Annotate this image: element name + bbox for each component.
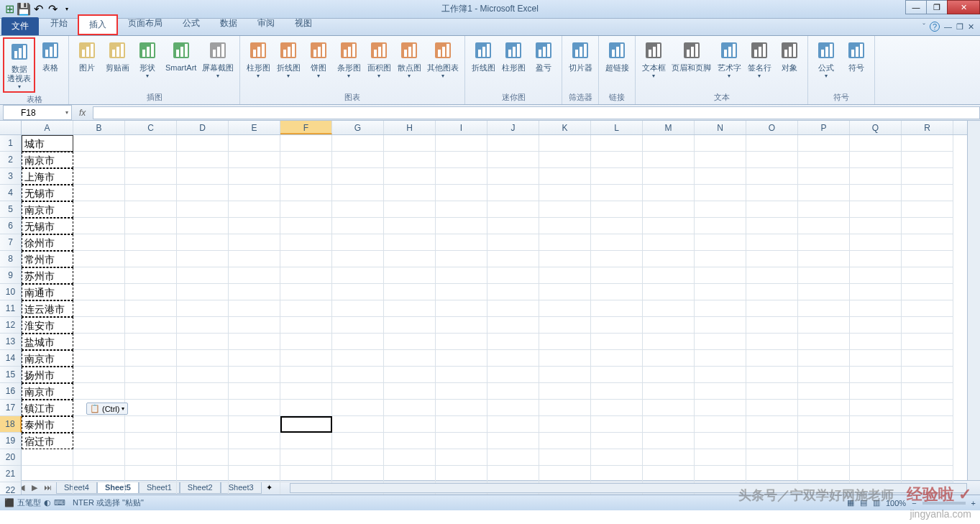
cell-G9[interactable] [332,267,384,284]
cell-I15[interactable] [436,367,487,383]
cell-G16[interactable] [332,383,384,400]
cell-P8[interactable] [798,251,850,267]
cell-K15[interactable] [539,367,591,383]
cell-E5[interactable] [229,201,280,218]
cell-K9[interactable] [539,267,591,284]
cell-I20[interactable] [436,449,487,466]
cell-G18[interactable] [332,416,384,433]
cell-N16[interactable] [695,383,746,400]
cell-M7[interactable] [643,234,695,251]
cell-K1[interactable] [539,135,591,152]
cell-J15[interactable] [487,367,539,383]
cell-P21[interactable] [798,466,850,482]
cell-D12[interactable] [177,317,229,334]
cell-F12[interactable] [280,317,332,334]
cell-L15[interactable] [591,367,643,383]
cell-L7[interactable] [591,234,643,251]
maximize-button[interactable]: ❐ [926,0,948,14]
cell-C17[interactable] [125,400,177,416]
row-header-14[interactable]: 14 [0,350,22,367]
cell-A21[interactable] [22,466,73,482]
col-header-Q[interactable]: Q [850,121,902,134]
cell-A16[interactable]: 南京市 [22,383,73,400]
cell-N5[interactable] [695,201,746,218]
cell-C11[interactable] [125,300,177,317]
cell-P9[interactable] [798,267,850,284]
ribbon-超链接[interactable]: 超链接 [602,37,632,74]
fx-icon[interactable]: fx [72,108,93,118]
cell-Q8[interactable] [850,251,902,267]
cell-N1[interactable] [695,135,746,152]
cell-P14[interactable] [798,350,850,367]
cell-K5[interactable] [539,201,591,218]
cell-H7[interactable] [384,234,436,251]
cell-I10[interactable] [436,284,487,300]
cell-J5[interactable] [487,201,539,218]
cell-F10[interactable] [280,284,332,300]
cell-B2[interactable] [73,152,125,168]
ribbon-表格[interactable]: 表格 [35,37,65,74]
cell-G6[interactable] [332,218,384,234]
cell-L6[interactable] [591,218,643,234]
cell-R9[interactable] [902,267,953,284]
row-header-6[interactable]: 6 [0,218,22,234]
cell-P20[interactable] [798,449,850,466]
cell-E18[interactable] [229,416,280,433]
cell-B20[interactable] [73,449,125,466]
cell-R17[interactable] [902,400,953,416]
row-header-1[interactable]: 1 [0,135,22,152]
cell-O7[interactable] [746,234,798,251]
cell-I21[interactable] [436,466,487,482]
cell-F9[interactable] [280,267,332,284]
cell-P3[interactable] [798,168,850,185]
col-header-C[interactable]: C [125,121,177,134]
cell-P19[interactable] [798,433,850,449]
cell-G4[interactable] [332,185,384,201]
cell-R15[interactable] [902,367,953,383]
row-header-4[interactable]: 4 [0,185,22,201]
cell-B15[interactable] [73,367,125,383]
cell-P6[interactable] [798,218,850,234]
ribbon-柱形图2[interactable]: 柱形图 [498,37,528,74]
cell-H21[interactable] [384,466,436,482]
tab-审阅[interactable]: 审阅 [247,14,285,35]
cell-I16[interactable] [436,383,487,400]
zoom-in-icon[interactable]: + [971,499,976,507]
cell-Q16[interactable] [850,383,902,400]
cell-M2[interactable] [643,152,695,168]
cell-P16[interactable] [798,383,850,400]
cell-C20[interactable] [125,449,177,466]
cell-A14[interactable]: 南京市 [22,350,73,367]
cell-R4[interactable] [902,185,953,201]
cell-J3[interactable] [487,168,539,185]
mdi-restore-icon[interactable]: ❐ [956,22,963,32]
cell-Q18[interactable] [850,416,902,433]
cell-K2[interactable] [539,152,591,168]
cell-F8[interactable] [280,251,332,267]
ribbon-艺术字[interactable]: 艺术字▾ [714,37,744,81]
cell-L9[interactable] [591,267,643,284]
cell-N6[interactable] [695,218,746,234]
row-header-10[interactable]: 10 [0,284,22,300]
cell-F20[interactable] [280,449,332,466]
cell-K21[interactable] [539,466,591,482]
cell-F11[interactable] [280,300,332,317]
cell-D16[interactable] [177,383,229,400]
cell-E13[interactable] [229,334,280,350]
cell-G8[interactable] [332,251,384,267]
cell-N7[interactable] [695,234,746,251]
cell-O16[interactable] [746,383,798,400]
cell-E20[interactable] [229,449,280,466]
cell-N20[interactable] [695,449,746,466]
col-header-B[interactable]: B [73,121,125,134]
cell-M18[interactable] [643,416,695,433]
paste-options-button[interactable]: 📋 (Ctrl) ▾ [86,403,128,415]
cell-N21[interactable] [695,466,746,482]
ribbon-切片器[interactable]: 切片器 [565,37,595,74]
cell-D21[interactable] [177,466,229,482]
cell-C8[interactable] [125,251,177,267]
cell-J10[interactable] [487,284,539,300]
cell-A17[interactable]: 镇江市 [22,400,73,416]
cell-M13[interactable] [643,334,695,350]
cell-P17[interactable] [798,400,850,416]
